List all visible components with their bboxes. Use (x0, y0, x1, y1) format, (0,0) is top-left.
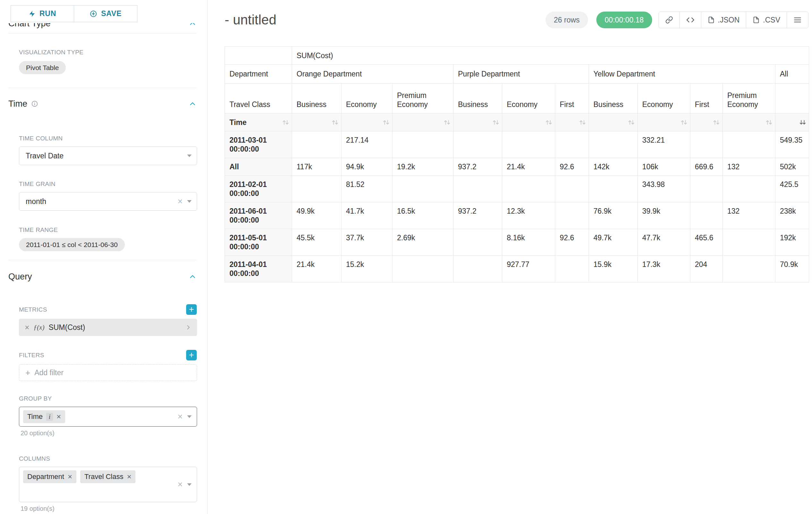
sort-icon[interactable] (628, 119, 635, 126)
pivot-metric-header: SUM(Cost) (292, 47, 809, 64)
pivot-data-row: 2011-05-01 00:00:0045.5k37.7k2.69k8.16k9… (225, 229, 809, 256)
add-metric-button[interactable]: + (186, 304, 197, 315)
pivot-value-cell: 204 (690, 256, 723, 282)
pivot-value-cell (502, 131, 555, 158)
time-column-label: TIME COLUMN (19, 135, 197, 142)
pivot-value-cell (292, 176, 342, 202)
pivot-class-header: Business (454, 83, 502, 113)
caret-down-icon (187, 155, 192, 157)
pivot-value-cell: 132 (723, 158, 775, 176)
sort-icon[interactable] (443, 119, 451, 126)
sort-icon[interactable] (579, 119, 586, 126)
caret-down-icon (187, 415, 192, 418)
save-button-label: SAVE (101, 9, 122, 18)
run-button[interactable]: RUN (10, 5, 74, 22)
export-json-button[interactable]: .JSON (701, 11, 747, 28)
column-info-icon[interactable]: i (46, 413, 53, 421)
pivot-value-cell: 92.6 (555, 229, 589, 256)
export-csv-label: .CSV (763, 16, 780, 24)
sort-icon[interactable] (492, 119, 499, 126)
pivot-value-cell: 17.3k (638, 256, 690, 282)
chevron-up-icon[interactable] (188, 272, 197, 281)
file-icon (753, 17, 760, 23)
pivot-sort-cell (393, 113, 454, 131)
sort-icon[interactable] (545, 119, 552, 126)
sort-icon[interactable] (383, 119, 389, 126)
remove-tag-icon[interactable]: × (127, 473, 131, 481)
pivot-group-header: Orange Department (292, 64, 454, 83)
pivot-sort-cell: Time (225, 113, 292, 131)
chevron-up-icon[interactable] (188, 100, 197, 108)
chart-title[interactable]: - untitled (225, 12, 276, 28)
pivot-row-key: 2011-04-01 00:00:00 (225, 256, 292, 282)
clear-icon[interactable]: × (177, 480, 183, 489)
embed-code-button[interactable] (679, 11, 701, 28)
add-filter-plus-button[interactable]: + (186, 350, 197, 360)
pivot-value-cell (454, 176, 502, 202)
pivot-value-cell: 21.4k (292, 256, 342, 282)
time-grain-select[interactable]: month × (19, 192, 197, 211)
function-icon: ƒ(x) (34, 324, 45, 331)
export-csv-button[interactable]: .CSV (746, 11, 787, 28)
divider (8, 33, 197, 33)
pivot-value-cell (555, 176, 589, 202)
copy-link-button[interactable] (659, 11, 680, 28)
pivot-value-cell: 16.5k (393, 202, 454, 229)
row-dimension-label: Time (230, 118, 246, 127)
columns-label: COLUMNS (19, 455, 197, 462)
clear-icon[interactable]: × (177, 197, 183, 206)
pivot-value-cell: 37.7k (342, 229, 393, 256)
pivot-value-cell (393, 131, 454, 158)
sort-icon-active[interactable] (799, 119, 806, 126)
pivot-data-row: 2011-03-01 00:00:00217.14332.21549.35 (225, 131, 809, 158)
sort-icon[interactable] (331, 119, 339, 126)
save-button[interactable]: SAVE (74, 5, 137, 22)
selected-option-tag[interactable]: Department× (23, 470, 77, 483)
pivot-value-cell: 937.2 (454, 158, 502, 176)
pivot-class-header: First (690, 83, 723, 113)
selected-option-tag[interactable]: Travel Class× (80, 470, 136, 483)
plus-icon: + (25, 369, 30, 377)
time-range-label: TIME RANGE (19, 226, 197, 234)
pivot-value-cell: 927.77 (502, 256, 555, 282)
visualization-type-value[interactable]: Pivot Table (19, 61, 66, 74)
time-column-select[interactable]: Travel Date (19, 146, 197, 165)
pivot-row-key: 2011-02-01 00:00:00 (225, 176, 292, 202)
pivot-value-cell: 502k (775, 158, 809, 176)
clear-icon[interactable]: × (177, 412, 183, 421)
pivot-sort-cell (555, 113, 589, 131)
remove-metric-icon[interactable]: × (25, 323, 30, 332)
pivot-value-cell: 76.9k (589, 202, 638, 229)
pivot-row-key: 2011-06-01 00:00:00 (225, 202, 292, 229)
sidebar-header: RUN SAVE (0, 0, 207, 23)
chevron-right-icon[interactable] (185, 324, 192, 331)
sort-icon[interactable] (282, 119, 289, 126)
pivot-value-cell (393, 176, 454, 202)
pivot-value-cell (690, 131, 723, 158)
group-by-select[interactable]: Timei× × (19, 407, 197, 427)
remove-tag-icon[interactable]: × (57, 413, 61, 421)
divider (8, 260, 197, 260)
selected-option-tag[interactable]: Timei× (23, 410, 65, 423)
metrics-label: METRICS (19, 306, 47, 313)
pivot-value-cell (454, 256, 502, 282)
pivot-value-cell (589, 176, 638, 202)
sort-icon[interactable] (680, 119, 688, 126)
menu-button[interactable] (787, 11, 809, 28)
caret-down-icon (187, 200, 192, 203)
add-filter-button[interactable]: + Add filter (19, 364, 197, 381)
group-by-tags: Timei× (23, 410, 177, 423)
remove-tag-icon[interactable]: × (68, 473, 72, 481)
time-range-value[interactable]: 2011-01-01 ≤ col < 2011-06-30 (19, 238, 125, 251)
metric-option[interactable]: × ƒ(x) SUM(Cost) (19, 319, 197, 336)
columns-select[interactable]: Department×Travel Class× × (19, 467, 197, 502)
section-query: Query (8, 271, 197, 282)
file-icon (708, 17, 715, 23)
pivot-class-header: First (555, 83, 589, 113)
sort-icon[interactable] (713, 119, 720, 126)
pivot-value-cell: 12.3k (502, 202, 555, 229)
pivot-sort-cell (454, 113, 502, 131)
pivot-value-cell (723, 176, 775, 202)
pivot-sort-cell (775, 113, 809, 131)
sort-icon[interactable] (765, 119, 773, 126)
